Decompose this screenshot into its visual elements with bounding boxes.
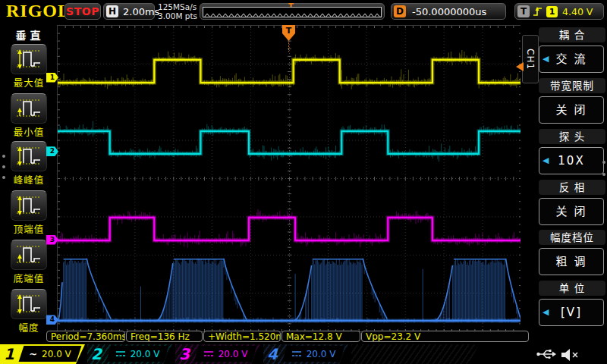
measure-vmax-button[interactable]: [11, 44, 47, 74]
channel-2-status[interactable]: 2 20.0 V: [87, 344, 172, 364]
measurement-freq: Freq=136 Hz: [126, 331, 203, 342]
trigger-box: T 1 4.40 V: [514, 3, 604, 20]
left-arrow-icon: ◀: [543, 300, 550, 325]
trigger-level-value: 4.40 V: [562, 6, 593, 17]
usb-icon: [536, 347, 557, 361]
channel-status-bar: 1 ~ 20.0 V 2 20.0 V 3 20.0 V 4 20.0: [0, 344, 607, 364]
measure-vmax-label: 最大值: [8, 75, 49, 89]
trigger-level-marker[interactable]: [516, 62, 524, 71]
left-menu-title: 垂 直: [0, 27, 56, 42]
probe-button[interactable]: ◀10X: [539, 147, 604, 174]
measurement-max: Max=12.8 V: [281, 331, 360, 342]
page-dot: [2, 165, 5, 168]
rising-edge-icon: [533, 6, 543, 17]
top-status-bar: RIGOL STOP H 2.00ms 125MSa/s 3.00M pts T…: [0, 0, 607, 23]
measure-vtop-label: 顶端值: [8, 221, 49, 236]
speaker-muted-icon: [560, 347, 580, 362]
delay-icon: D: [394, 5, 406, 17]
measurement-vpp: Vpp=23.2 V: [361, 331, 529, 342]
delay-value: -50.0000000us: [412, 6, 486, 17]
left-arrow-icon: ◀: [543, 46, 550, 72]
unit-header: 单 位: [539, 281, 605, 296]
ac-coupling-icon: ~: [29, 350, 37, 358]
measure-vmin-label: 最小值: [8, 124, 49, 139]
channel-menu: CH1 耦 合 ◀交 流 带宽限制 关 闭 探 头 ◀10X 反 相 关 闭 幅…: [521, 23, 607, 343]
left-arrow-icon: ◀: [543, 148, 550, 174]
memory-depth: 3.00M pts: [158, 11, 197, 20]
horizontal-scale-box: H 2.00ms: [103, 3, 155, 20]
page-dot: [2, 155, 5, 158]
dc-coupling-icon: [115, 350, 126, 357]
measurement-pwidth: +Width=1.520ms: [203, 331, 281, 342]
timebase-value: 2.00ms: [123, 6, 159, 17]
channel-bar-trailing: [351, 344, 479, 364]
page-dot: [602, 173, 605, 176]
preview-wave-icon: [203, 11, 382, 17]
menu-channel-tab: CH1: [522, 35, 539, 83]
dc-coupling-icon: [203, 350, 214, 357]
channel-2-scale: 20.0 V: [131, 349, 160, 359]
trigger-position-line: [288, 42, 289, 52]
run-state-badge[interactable]: STOP: [64, 3, 101, 20]
dc-coupling-icon: [291, 350, 302, 357]
measure-vbase-button[interactable]: [11, 240, 47, 270]
horizontal-icon: H: [106, 5, 118, 17]
measure-vpp-button[interactable]: [11, 141, 47, 171]
channel-1-scale: 20.0 V: [42, 349, 71, 359]
volts-scale-mode-header: 幅度档位: [539, 230, 605, 245]
invert-button[interactable]: 关 闭: [539, 198, 604, 225]
bandwidth-limit-header: 带宽限制: [539, 78, 605, 93]
measure-menu: 垂 直 最大值 最小值 峰峰值 顶端值 底端值 幅度: [0, 23, 56, 343]
trigger-source-badge: 1: [546, 6, 558, 17]
measure-vbase-label: 底端值: [8, 271, 49, 285]
measurement-period: Period=7.360ms: [46, 331, 125, 342]
channel-1-status[interactable]: 1 ~ 20.0 V: [0, 344, 85, 364]
channel-3-scale: 20.0 V: [219, 349, 248, 359]
trigger-icon: T: [517, 5, 530, 17]
delay-box: D -50.0000000us: [391, 3, 506, 20]
volts-scale-mode-button[interactable]: 粗 调: [539, 248, 604, 275]
page-dot: [2, 176, 5, 179]
unit-button[interactable]: ◀[V]: [539, 299, 604, 326]
sample-rate: 125MSa/s: [158, 2, 197, 11]
channel-4-scale: 20.0 V: [307, 349, 336, 359]
acquisition-info: 125MSa/s 3.00M pts: [158, 2, 197, 20]
measurement-bar: Period=7.360ms Freq=136 Hz +Width=1.520m…: [0, 331, 607, 344]
channel-4-status[interactable]: 4 20.0 V: [263, 344, 348, 364]
bandwidth-limit-button[interactable]: 关 闭: [539, 96, 604, 124]
waveform-display: [57, 25, 522, 332]
channel-3-status[interactable]: 3 20.0 V: [175, 344, 260, 364]
probe-header: 探 头: [539, 129, 605, 144]
measure-vpp-label: 峰峰值: [8, 172, 49, 187]
coupling-button[interactable]: ◀交 流: [539, 46, 604, 73]
waveform-preview-bar[interactable]: T: [200, 3, 385, 20]
invert-header: 反 相: [539, 180, 605, 195]
measure-vmin-button[interactable]: [11, 93, 47, 124]
oscilloscope-screen: RIGOL STOP H 2.00ms 125MSa/s 3.00M pts T…: [0, 0, 607, 364]
rigol-logo: RIGOL: [6, 1, 71, 21]
coupling-header: 耦 合: [539, 27, 605, 42]
measure-vtop-button[interactable]: [11, 190, 47, 221]
preview-window: [203, 7, 382, 17]
measure-vamp-button[interactable]: [11, 289, 47, 319]
page-dot: [602, 161, 605, 164]
